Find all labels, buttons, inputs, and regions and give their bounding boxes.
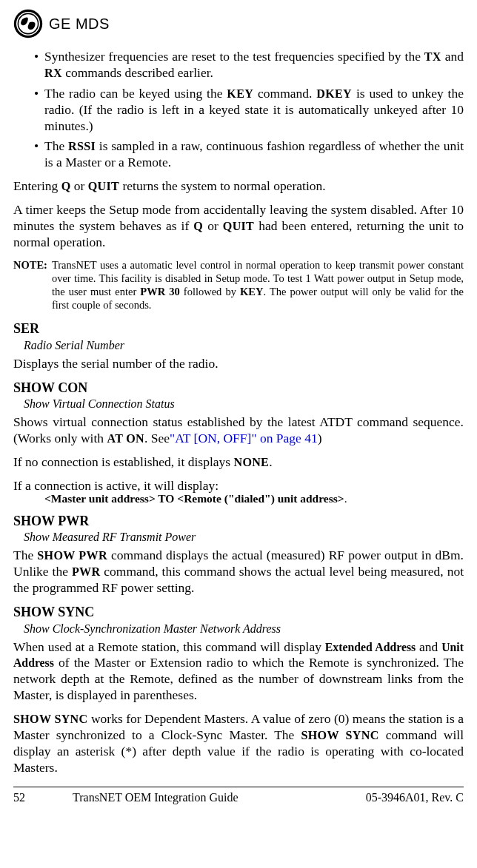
page-footer: 52 TransNET OEM Integration Guide 05-394… — [13, 787, 464, 805]
showsync-p1: When used at a Remote station, this comm… — [13, 639, 464, 704]
cmd-head-showcon: SHOW CON — [13, 380, 464, 397]
note-label: NOTE: — [13, 258, 47, 312]
footer-title: TransNET OEM Integration Guide — [43, 790, 366, 805]
paragraph-timer: A timer keeps the Setup mode from accide… — [13, 202, 464, 251]
note-block: NOTE: TransNET uses a automatic level co… — [13, 258, 464, 312]
bullet-list: Synthesizer frequencies are reset to the… — [13, 49, 464, 171]
bullet-item: The RSSI is sampled in a raw, continuous… — [34, 138, 464, 171]
note-body: TransNET uses a automatic level control … — [52, 258, 464, 312]
cmd-sub-ser: Radio Serial Number — [24, 338, 464, 353]
showcon-p1: Shows virtual connection status establis… — [13, 414, 464, 447]
showsync-p2: SHOW SYNC works for Dependent Masters. A… — [13, 711, 464, 776]
brand-text: GE MDS — [49, 15, 110, 33]
cross-ref-link[interactable]: "AT [ON, OFF]" on Page 41 — [170, 431, 318, 445]
showcon-display-format: <Master unit address> TO <Remote ("diale… — [13, 491, 464, 505]
bullet-item: Synthesizer frequencies are reset to the… — [34, 49, 464, 81]
ser-body: Displays the serial number of the radio. — [13, 356, 464, 372]
cmd-head-showpwr: SHOW PWR — [13, 513, 464, 530]
footer-rev: 05-3946A01, Rev. C — [366, 790, 464, 805]
showcon-p2: If no connection is established, it disp… — [13, 454, 464, 471]
paragraph-quit: Entering Q or QUIT returns the system to… — [13, 178, 464, 195]
page-header: GE MDS — [13, 9, 464, 38]
ge-logo-icon — [13, 9, 43, 38]
bullet-item: The radio can be keyed using the KEY com… — [34, 86, 464, 135]
showpwr-body: The SHOW PWR command displays the actual… — [13, 548, 464, 596]
cmd-head-showsync: SHOW SYNC — [13, 604, 464, 621]
cmd-head-ser: SER — [13, 320, 464, 337]
cmd-sub-showpwr: Show Measured RF Transmit Power — [24, 530, 464, 545]
page-number: 52 — [13, 790, 43, 805]
cmd-sub-showcon: Show Virtual Connection Status — [24, 397, 464, 411]
cmd-sub-showsync: Show Clock-Synchronization Master Networ… — [24, 622, 464, 636]
